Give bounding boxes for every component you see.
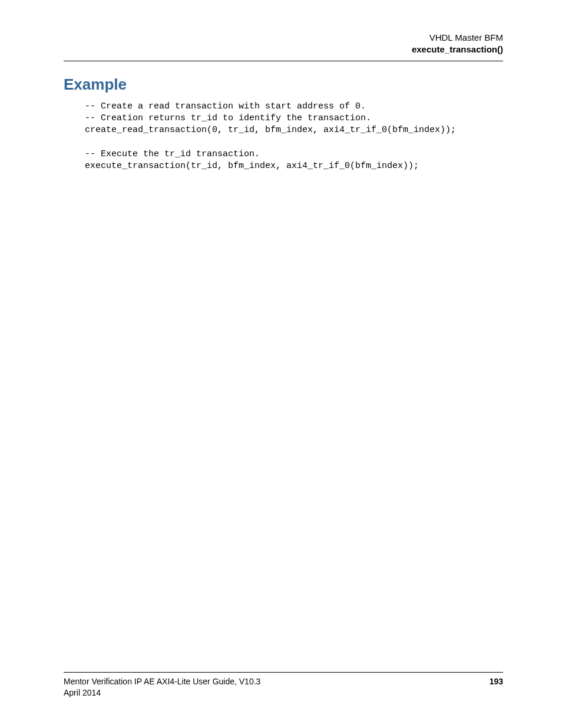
section-heading-example: Example (64, 75, 503, 94)
footer-left: Mentor Verification IP AE AXI4-Lite User… (64, 676, 260, 699)
footer-page-number: 193 (490, 676, 503, 687)
footer-date: April 2014 (64, 687, 260, 699)
code-example: -- Create a read transaction with start … (85, 101, 503, 173)
page-footer: Mentor Verification IP AE AXI4-Lite User… (64, 672, 503, 699)
header-topic: execute_transaction() (64, 44, 503, 55)
page: VHDL Master BFM execute_transaction() Ex… (0, 0, 562, 728)
footer-guide-title: Mentor Verification IP AE AXI4-Lite User… (64, 676, 260, 687)
footer-row: Mentor Verification IP AE AXI4-Lite User… (64, 676, 503, 699)
header-document-name: VHDL Master BFM (64, 32, 503, 44)
running-header: VHDL Master BFM execute_transaction() (64, 32, 503, 61)
